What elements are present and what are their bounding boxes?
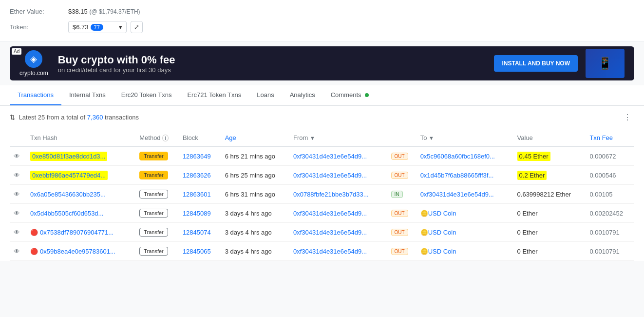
tx-hash-link[interactable]: 0x6a05e85436630bb235... xyxy=(30,191,106,198)
content-area: ⇅ Latest 25 from a total of 7,360 transa… xyxy=(0,106,644,261)
tx-hash-link[interactable]: 0x7538df789076904771... xyxy=(40,229,114,236)
out-badge: OUT xyxy=(391,248,408,255)
fee-cell: 0.00105 xyxy=(586,185,634,204)
method-badge: Transfer xyxy=(139,247,168,256)
value-cell: 0.45 Ether xyxy=(513,147,586,166)
eye-icon[interactable]: 👁 xyxy=(14,229,20,236)
value-cell: 0 Ether xyxy=(513,242,586,261)
total-transactions-link[interactable]: 7,360 xyxy=(87,114,103,121)
from-address[interactable]: 0xf30431d4e31e6e54d9... xyxy=(293,248,367,255)
ether-value-row: Ether Value: $38.15 (@ $1,794.37/ETH) xyxy=(10,5,634,18)
eye-icon[interactable]: 👁 xyxy=(14,172,20,179)
age-cell: 6 hrs 25 mins ago xyxy=(221,166,289,185)
from-address[interactable]: 0xf30431d4e31e6e54d9... xyxy=(293,229,367,236)
ad-main-text: Buy crypto with 0% fee on credit/debit c… xyxy=(58,54,494,74)
method-badge: Transfer xyxy=(139,209,168,218)
tx-hash-link[interactable]: 0x5d4bb5505cf60d653d... xyxy=(30,210,103,217)
from-address[interactable]: 0xf30431d4e31e6e54d9... xyxy=(293,172,367,179)
tx-hash-link[interactable]: 0x59b8ea4e0e95783601... xyxy=(40,248,115,255)
token-select[interactable]: $6.73 77 ▾ xyxy=(68,21,127,33)
expand-icon[interactable]: ⤢ xyxy=(131,21,143,33)
col-value: Value xyxy=(513,129,586,147)
table-row: 👁0xebbf986ae457479ed4...Transfer12863626… xyxy=(10,166,634,185)
ad-banner: Ad ◈ crypto.com Buy crypto with 0% fee o… xyxy=(10,46,634,80)
sort-icon: ⇅ xyxy=(10,114,15,121)
tab-comments[interactable]: Comments xyxy=(323,85,377,105)
from-address[interactable]: 0xf30431d4e31e6e54d9... xyxy=(293,210,367,217)
eye-icon[interactable]: 👁 xyxy=(14,153,20,160)
col-age: Age xyxy=(221,129,289,147)
age-cell: 6 hrs 21 mins ago xyxy=(221,147,289,166)
col-dir xyxy=(387,129,417,147)
col-txn-fee: Txn Fee xyxy=(586,129,634,147)
out-badge: OUT xyxy=(391,210,408,217)
fee-cell: 0.000672 xyxy=(586,147,634,166)
block-link[interactable]: 12863649 xyxy=(183,153,211,160)
out-badge: OUT xyxy=(391,229,408,236)
tx-hash-link[interactable]: 0xe850d81f3ae8dcd1d3... xyxy=(30,152,107,161)
to-address[interactable]: 0xf30431d4e31e6e54d9... xyxy=(420,191,494,198)
eye-icon[interactable]: 👁 xyxy=(14,248,20,255)
fee-cell: 0.0010791 xyxy=(586,242,634,261)
ad-cta-button[interactable]: INSTALL AND BUY NOW xyxy=(494,55,578,72)
fee-cell: 0.000546 xyxy=(586,166,634,185)
method-badge: Transfer xyxy=(139,171,168,179)
to-address[interactable]: 0x1d45b7f6ab88665fff3f... xyxy=(420,172,494,179)
from-address[interactable]: 0xf30431d4e31e6e54d9... xyxy=(293,153,367,160)
block-link[interactable]: 12845065 xyxy=(183,248,211,255)
top-info-section: Ether Value: $38.15 (@ $1,794.37/ETH) To… xyxy=(0,0,644,41)
error-icon: 🔴 xyxy=(30,229,38,236)
block-link[interactable]: 12845074 xyxy=(183,229,211,236)
method-badge: Transfer xyxy=(139,228,168,237)
col-txn-hash: Txn Hash xyxy=(26,129,135,147)
age-cell: 3 days 4 hrs ago xyxy=(221,223,289,242)
token-row: Token: $6.73 77 ▾ ⤢ xyxy=(10,18,634,36)
age-cell: 3 days 4 hrs ago xyxy=(221,204,289,223)
from-address[interactable]: 0x0788fbfe21bbe3b7d33... xyxy=(293,191,369,198)
coin-icon: 🪙 xyxy=(420,229,428,236)
token-label: Token: xyxy=(10,23,68,31)
comments-dot xyxy=(365,93,369,97)
tab-analytics[interactable]: Analytics xyxy=(282,85,323,105)
col-eye xyxy=(10,129,26,147)
value-cell: 0 Ether xyxy=(513,204,586,223)
tx-hash-link[interactable]: 0xebbf986ae457479ed4... xyxy=(30,171,108,180)
fee-cell: 0.0010791 xyxy=(586,223,634,242)
table-row: 👁0x6a05e85436630bb235...Transfer12863601… xyxy=(10,185,634,204)
age-cell: 3 days 4 hrs ago xyxy=(221,242,289,261)
block-link[interactable]: 12845089 xyxy=(183,210,211,217)
table-row: 👁🔴0x7538df789076904771...Transfer1284507… xyxy=(10,223,634,242)
token-value-group: $6.73 77 ▾ ⤢ xyxy=(68,21,143,33)
to-address[interactable]: 0x5c96068a60fbc168ef0... xyxy=(420,153,495,160)
ether-label: Ether Value: xyxy=(10,8,68,15)
to-address[interactable]: USD Coin xyxy=(428,210,456,217)
tab-internal-txns[interactable]: Internal Txns xyxy=(61,85,114,105)
fee-cell: 0.00202452 xyxy=(586,204,634,223)
error-icon: 🔴 xyxy=(30,248,38,255)
coin-icon: 🪙 xyxy=(420,210,428,217)
table-row: 👁0x5d4bb5505cf60d653d...Transfer12845089… xyxy=(10,204,634,223)
table-row: 👁🔴0x59b8ea4e0e95783601...Transfer1284506… xyxy=(10,242,634,261)
kebab-menu-button[interactable]: ⋮ xyxy=(621,112,634,123)
in-badge: IN xyxy=(391,191,403,198)
ad-label: Ad xyxy=(12,48,21,55)
to-address[interactable]: USD Coin xyxy=(428,229,456,236)
ad-logo: ◈ crypto.com xyxy=(19,50,48,77)
summary-bar: ⇅ Latest 25 from a total of 7,360 transa… xyxy=(10,106,634,129)
col-to: To ▼ xyxy=(417,129,513,147)
crypto-logo-icon: ◈ xyxy=(25,50,42,68)
block-link[interactable]: 12863626 xyxy=(183,172,211,179)
eye-icon[interactable]: 👁 xyxy=(14,210,20,217)
tab-erc20-token-txns[interactable]: Erc20 Token Txns xyxy=(114,85,180,105)
to-address[interactable]: USD Coin xyxy=(428,248,456,255)
token-badge: 77 xyxy=(91,24,103,31)
col-from: From ▼ xyxy=(289,129,387,147)
value-cell: 0.639998212 Ether xyxy=(513,185,586,204)
tab-loans[interactable]: Loans xyxy=(249,85,282,105)
tabs-bar: Transactions Internal Txns Erc20 Token T… xyxy=(0,85,644,106)
age-cell: 6 hrs 31 mins ago xyxy=(221,185,289,204)
tab-transactions[interactable]: Transactions xyxy=(10,85,61,105)
tab-erc721-token-txns[interactable]: Erc721 Token Txns xyxy=(179,85,249,105)
eye-icon[interactable]: 👁 xyxy=(14,191,20,198)
block-link[interactable]: 12863601 xyxy=(183,191,211,198)
